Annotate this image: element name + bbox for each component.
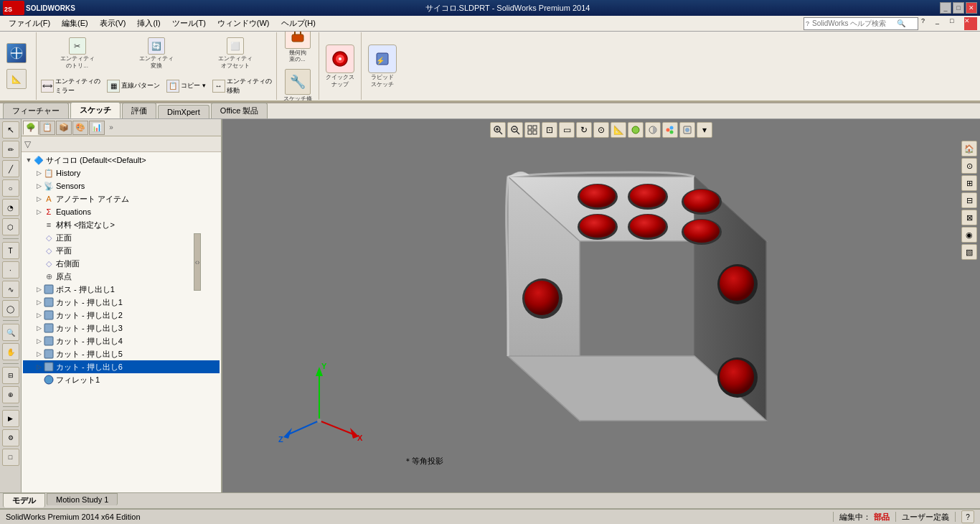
menu-insert[interactable]: 挿入(I) [131,17,166,30]
tree-expand-equations[interactable]: ▷ [34,208,43,215]
tab-evaluate[interactable]: 評価 [122,103,156,118]
tree-item-annotations[interactable]: ▷ A アノテート アイテム [23,192,220,205]
filter-icon[interactable]: ▽ [24,139,31,149]
help-button[interactable]: ? [921,17,934,30]
tree-item-equations[interactable]: ▷ Σ Equations [23,205,220,218]
tree-expand-root[interactable]: ▼ [24,156,33,164]
tree-expand-cut5[interactable]: ▷ [34,350,43,357]
menu-view[interactable]: 表示(V) [94,17,132,30]
ft-tab-tree[interactable]: 🌳 [23,121,39,135]
menu-tools[interactable]: ツール(T) [166,17,212,30]
rapidsketch-button[interactable]: ⚡ ラピッドスケッチ [366,42,399,90]
sketch-repair-button[interactable]: 🔧 スケッチ修復 [281,67,314,102]
display-style-button[interactable] [628,122,644,138]
ft-tab-config[interactable]: 📦 [56,121,72,135]
snap-button[interactable]: ⊕ [2,386,19,403]
tree-expand-history[interactable]: ▷ [34,169,43,177]
circle-button[interactable]: ○ [2,179,19,197]
top-view-button[interactable]: ⊟ [961,192,977,208]
tree-item-cut3[interactable]: ▷ カット - 押し出し3 [23,322,220,334]
zoom-out-button[interactable] [507,122,523,138]
restore-button[interactable]: □ [953,2,964,14]
entity-move-button[interactable]: ↔ エンティティの移動 [209,75,275,97]
tree-item-boss1[interactable]: ▷ ボス - 押し出し1 [23,283,220,296]
tree-expand-cut3[interactable]: ▷ [34,324,43,332]
right-view-button[interactable]: ⊠ [961,210,977,225]
tab-feature[interactable]: フィーチャー [3,103,69,118]
entity-mirror-button[interactable]: ⟺ エンティティのミラー [38,75,103,97]
zoom-region-button[interactable]: ▭ [559,122,575,138]
section-view-button[interactable]: ▧ [961,244,977,260]
appearance-button[interactable] [662,122,678,138]
tree-item-cut1[interactable]: ▷ カット - 押し出し1 [23,296,220,309]
tree-item-cut6[interactable]: ▷ カット - 押し出し6 [23,360,220,373]
tree-item-material[interactable]: ≡ 材料 <指定なし> [23,218,220,231]
tab-office[interactable]: Office 製品 [211,103,268,118]
pan-button[interactable]: ✋ [2,343,19,360]
entity-convert-button[interactable]: 🔄 エンティティ変換 [117,35,195,71]
ft-tab-more[interactable]: » [105,121,117,135]
status-help-button[interactable]: ? [961,510,974,523]
tree-item-history[interactable]: ▷ 📋 History [23,167,220,179]
ft-tab-property[interactable]: 📋 [39,121,55,135]
tree-expand-cut4[interactable]: ▷ [34,337,43,345]
block-button[interactable]: □ [2,449,19,466]
zoom-selection-button[interactable]: ⊡ [542,122,557,138]
minimize-button[interactable]: _ [940,2,951,14]
bottom-tab-motion[interactable]: Motion Study 1 [47,493,118,505]
point-button[interactable]: · [2,261,19,279]
panel-resize-handle[interactable]: ‹› [194,233,201,291]
menu-help[interactable]: ヘルプ(H) [275,17,321,30]
tree-item-front[interactable]: ◇ 正面 [23,231,220,244]
menu-window[interactable]: ウィンドウ(W) [212,17,275,30]
spline-button[interactable]: ∿ [2,281,19,298]
menu-file[interactable]: ファイル(F) [3,17,56,30]
sketch-entities-button[interactable]: ✏ [2,141,19,158]
ref-geom-button[interactable]: ⊟ [2,367,19,384]
text-button[interactable]: T [2,242,19,259]
scene-bg-button[interactable] [645,122,661,138]
tree-item-origin[interactable]: ⊕ 原点 [23,270,220,283]
menu-edit[interactable]: 編集(E) [56,17,94,30]
tab-dimxpert[interactable]: DimXpert [158,105,209,118]
doc-close-button[interactable]: ✕ [964,17,977,30]
copy-button[interactable]: 📋 コピー ▾ [164,78,209,94]
select-tool-button[interactable]: ↖ [2,121,19,139]
home-view-button[interactable]: 🏠 [961,141,977,156]
quicksnap-button[interactable]: クイックスナップ [324,42,357,90]
rotate-button[interactable]: ↻ [576,122,592,138]
ellipse-button[interactable]: ◯ [2,300,19,317]
polygon-button[interactable]: ⬡ [2,218,19,235]
tree-item-right[interactable]: ◇ 右側面 [23,257,220,270]
tree-expand-boss1[interactable]: ▷ [34,286,43,293]
tree-expand-annotations[interactable]: ▷ [34,195,43,202]
view-orient-button[interactable]: 📐 [611,122,626,138]
macro-button[interactable]: ▶ [2,410,19,427]
triad-button[interactable]: ⊙ [961,158,977,174]
line-button[interactable]: ╱ [2,160,19,177]
zoom-in-button[interactable] [490,122,506,138]
front-view-button[interactable]: ⊞ [961,175,977,191]
tree-expand-cut6[interactable]: ▷ [34,363,43,370]
smart-dim-button[interactable]: 📐 [4,67,33,91]
arc-button[interactable]: ◔ [2,199,19,216]
ft-tab-appearance[interactable]: 🎨 [72,121,88,135]
view-more-button[interactable]: ▾ [697,122,712,138]
linear-pattern-button[interactable]: ▦ 直線パターン [104,78,163,94]
entity-trim-button[interactable]: ✂ エンティティのトリ... [38,35,116,71]
zoom-button[interactable]: 🔍 [2,324,19,341]
constraint-button[interactable]: 幾何拘束の... [283,32,313,65]
search-icon[interactable]: 🔍 [897,19,905,27]
tree-item-cut2[interactable]: ▷ カット - 押し出し2 [23,309,220,322]
feature-tree[interactable]: ▼ 🔷 サイコロ (Default<<Default> ▷ 📋 History … [22,152,221,492]
tab-sketch[interactable]: スケッチ [70,102,121,118]
pan-view-button[interactable]: ⊙ [593,122,609,138]
smart-tool-button[interactable] [4,41,33,65]
tree-item-root[interactable]: ▼ 🔷 サイコロ (Default<<Default> [23,154,220,167]
close-button[interactable]: ✕ [966,2,977,14]
iso-view-button[interactable]: ◉ [961,227,977,243]
tree-item-fillet1[interactable]: フィレット1 [23,373,220,386]
tree-expand-sensors[interactable]: ▷ [34,182,43,190]
tree-item-top[interactable]: ◇ 平面 [23,244,220,257]
render-button[interactable] [679,122,695,138]
